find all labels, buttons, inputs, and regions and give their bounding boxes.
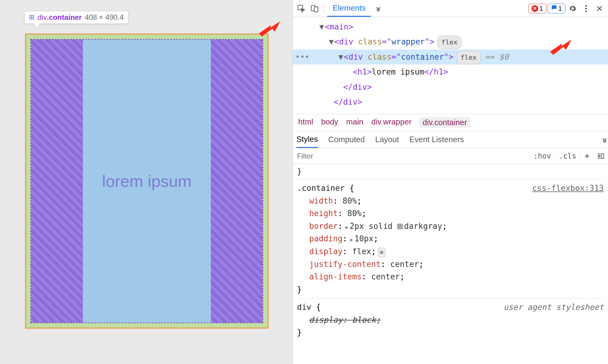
tab-computed[interactable]: Computed — [328, 131, 365, 148]
color-swatch[interactable] — [397, 224, 403, 229]
dom-node-main[interactable]: ▼<main> — [293, 19, 608, 34]
svg-point-7 — [585, 10, 587, 12]
overlay-flex-space-left — [31, 40, 83, 323]
tab-styles[interactable]: Styles — [296, 131, 318, 148]
css-rule-div[interactable]: user agent stylesheet div { display: blo… — [297, 299, 604, 341]
inspected-element-overlay: lorem ipsum — [25, 33, 269, 329]
styles-filter-input[interactable] — [293, 148, 529, 164]
annotation-arrow-icon — [550, 40, 571, 55]
tab-event-listeners[interactable]: Event Listeners — [409, 131, 464, 148]
new-style-rule-icon[interactable] — [580, 148, 594, 164]
css-source-link[interactable]: css-flexbox:313 — [532, 182, 604, 195]
divider — [324, 3, 324, 14]
overlay-content-box: lorem ipsum — [30, 39, 263, 323]
css-source-ua: user agent stylesheet — [504, 301, 604, 314]
css-rules[interactable]: } css-flexbox:313 .container { width: 80… — [293, 164, 608, 364]
app-root: ⊞ div.container 408 × 490.4 lorem ipsum — [0, 0, 608, 364]
svg-marker-9 — [599, 155, 601, 157]
svg-point-5 — [585, 5, 587, 6]
styles-tabs: Styles Computed Layout Event Listeners — [293, 131, 608, 148]
svg-rect-4 — [314, 7, 318, 12]
flex-layout-icon: ⊞ — [29, 13, 34, 21]
dom-node-h1[interactable]: <h1>lorem ipsum</h1> — [293, 65, 608, 79]
close-icon[interactable] — [593, 2, 606, 15]
hov-toggle[interactable]: :hov — [529, 148, 555, 164]
prev-rule-end: } — [297, 165, 604, 180]
devtools-panel: Elements ✕ 1 1 — [292, 0, 608, 364]
breadcrumb-item[interactable]: div.container — [419, 117, 470, 128]
flex-pill[interactable]: flex — [437, 36, 461, 49]
breadcrumb: html body main div.wrapper div.container — [293, 114, 608, 131]
computed-sidebar-icon[interactable] — [594, 148, 608, 164]
console-reference: == $0 — [485, 52, 509, 61]
inspect-element-icon[interactable] — [295, 2, 307, 15]
breadcrumb-item[interactable]: html — [298, 117, 313, 128]
more-tabs-icon[interactable] — [372, 2, 384, 15]
cls-toggle[interactable]: .cls — [555, 148, 580, 164]
message-icon — [551, 5, 557, 12]
styles-filter-row: :hov .cls — [293, 148, 608, 164]
dom-close-div[interactable]: </div> — [293, 95, 608, 110]
tooltip-dimensions: 408 × 490.4 — [85, 13, 123, 22]
expand-icon[interactable]: ▶ — [343, 224, 348, 230]
more-tabs-icon[interactable] — [601, 131, 608, 148]
page-heading: lorem ipsum — [102, 172, 192, 191]
flex-editor-icon[interactable]: ⊞ — [378, 248, 385, 257]
svg-marker-0 — [259, 21, 280, 37]
kebab-menu-icon[interactable] — [580, 2, 592, 15]
flex-pill[interactable]: flex — [457, 51, 481, 64]
tab-elements[interactable]: Elements — [327, 0, 371, 17]
error-icon: ✕ — [532, 5, 538, 12]
breadcrumb-item[interactable]: div.wrapper — [371, 117, 412, 128]
device-toggle-icon[interactable] — [309, 2, 321, 15]
overlay-content: lorem ipsum — [83, 40, 211, 323]
message-badge[interactable]: 1 — [548, 4, 565, 13]
page-viewport: ⊞ div.container 408 × 490.4 lorem ipsum — [0, 0, 292, 364]
annotation-arrow-icon — [259, 21, 280, 37]
dom-tree[interactable]: ▼<main> ▼<div class="wrapper">flex ••• ▼… — [293, 17, 608, 114]
error-badge[interactable]: ✕ 1 — [528, 4, 546, 13]
breadcrumb-item[interactable]: main — [346, 117, 363, 128]
dom-close-div[interactable]: </div> — [293, 80, 608, 95]
settings-icon[interactable] — [567, 2, 579, 15]
svg-marker-1 — [550, 40, 571, 55]
css-rule-container[interactable]: css-flexbox:313 .container { width: 80%;… — [297, 180, 604, 299]
overlay-flex-space-right — [211, 40, 263, 323]
breadcrumb-item[interactable]: body — [321, 117, 338, 128]
tooltip-tag: div.container — [37, 13, 82, 22]
svg-point-6 — [585, 8, 587, 9]
expand-icon[interactable]: ▶ — [347, 237, 353, 243]
devtools-toolbar: Elements ✕ 1 1 — [293, 0, 608, 17]
tab-layout[interactable]: Layout — [375, 131, 399, 148]
ellipsis-icon[interactable]: ••• — [295, 50, 309, 65]
inspect-tooltip: ⊞ div.container 408 × 490.4 — [24, 11, 128, 24]
